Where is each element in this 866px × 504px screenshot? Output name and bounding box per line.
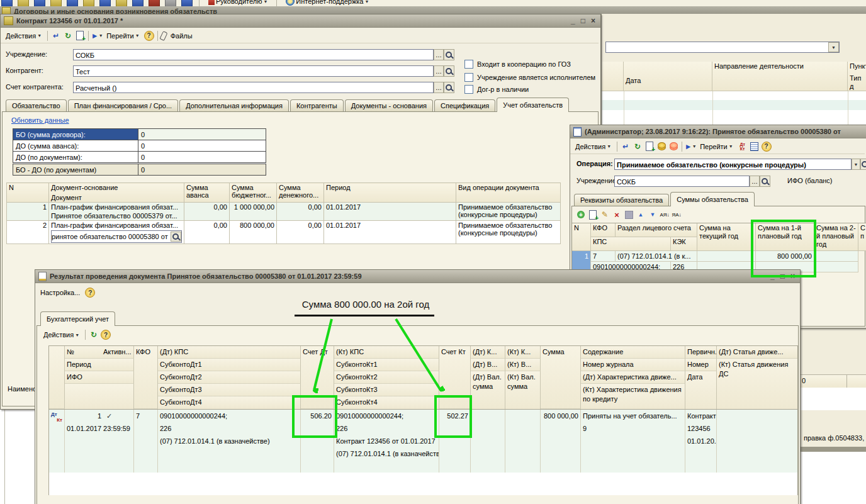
executor-checkbox[interactable] (464, 73, 473, 82)
tab-accounting[interactable]: Бухгалтерский учет (40, 311, 115, 326)
doc-search-button[interactable] (171, 232, 181, 242)
save-close-icon[interactable]: ↵ (51, 31, 61, 41)
settings-button[interactable]: Настройка... (40, 289, 80, 296)
copy-row-icon[interactable] (588, 210, 598, 220)
doc-edit-field[interactable]: ринятое обязательство 00005380 от (51, 230, 182, 243)
row-section-cell[interactable]: (07) 712.01.014.1 (в к... (616, 251, 697, 262)
save-close-icon[interactable]: ↵ (621, 142, 631, 152)
minimize-icon[interactable]: _ (770, 272, 775, 280)
refresh-data-link[interactable]: Обновить данные (11, 116, 69, 124)
goz-checkbox-row[interactable]: Входит в кооперацию по ГОЗ (464, 60, 571, 69)
help-icon[interactable]: ? (85, 288, 95, 298)
posting-result-titlebar[interactable]: Результат проведения документа Принятое … (35, 270, 800, 283)
summary-value[interactable]: 0 (138, 164, 266, 176)
toolbar-icon[interactable] (50, 0, 62, 7)
maximize-icon[interactable]: □ (780, 272, 785, 280)
row-money[interactable]: 0,00 (277, 203, 324, 221)
tab-additional-info[interactable]: Дополнительная информация (179, 99, 289, 112)
institution-field[interactable]: СОКБ (73, 49, 434, 60)
move-down-icon[interactable]: ▼ (648, 210, 658, 220)
obligation-window-titlebar[interactable]: (Администратор; 23.08.2017 9:16:22): При… (570, 125, 866, 138)
toolbar-icon[interactable] (1, 0, 13, 7)
go-document-icon[interactable]: ►▼ (685, 142, 695, 152)
row-budget[interactable]: 800 000,00 (230, 221, 277, 244)
operation-dropdown-button[interactable]: ▼ (852, 159, 860, 170)
contract-window-titlebar[interactable]: Контракт 123456 от 01.01.2017 * _ □ × (1, 14, 600, 28)
summary-label[interactable]: БО - ДО (по документам) (13, 164, 138, 176)
institution-ellipsis-button[interactable]: … (750, 176, 760, 187)
toolbar-icon[interactable] (34, 0, 45, 7)
help-icon[interactable]: ? (144, 31, 154, 41)
add-row-icon[interactable]: + (576, 210, 586, 220)
account-field[interactable]: Расчетный () (73, 82, 434, 93)
reread-icon[interactable]: ↻ (63, 31, 73, 41)
edit-row-icon[interactable]: ✎ (600, 210, 610, 220)
row-doc[interactable]: План-график финансирования обязат... При… (49, 203, 184, 221)
table-row[interactable]: БО - ДО (по документам) 0 (13, 164, 266, 176)
row-plan2-cell[interactable] (814, 251, 858, 262)
minimize-icon[interactable]: _ (571, 17, 575, 25)
manager-menu-button[interactable]: Руководителю ▼ (206, 0, 270, 6)
summary-value[interactable]: 0 (138, 140, 266, 152)
toolbar-icon[interactable] (67, 0, 78, 7)
close-icon[interactable]: × (591, 17, 595, 25)
save-row-icon[interactable] (624, 210, 634, 220)
account-search-button[interactable] (444, 82, 454, 93)
row-n[interactable]: 2 (7, 221, 49, 244)
row-advance[interactable]: 0,00 (184, 203, 230, 221)
toolbar-icon[interactable] (165, 0, 176, 7)
delete-row-icon[interactable]: × (612, 210, 622, 220)
summary-label[interactable]: ДО (сумма аванса): (13, 140, 138, 152)
summary-value[interactable]: 0 (138, 152, 266, 164)
institution-field[interactable]: СОКБ (614, 176, 750, 187)
help-icon[interactable]: ? (762, 142, 772, 152)
unpost-document-icon[interactable] (668, 142, 678, 152)
row-optype[interactable]: Принимаемое обязательство (конкурсные пр… (456, 203, 561, 221)
tab-basis-documents[interactable]: Документы - основания (345, 99, 433, 112)
row-period[interactable]: 01.01.2017 (324, 221, 456, 244)
goto-menu-button[interactable]: Перейти ▼ (104, 31, 142, 41)
row-current-cell[interactable] (697, 251, 756, 262)
files-button[interactable]: Файлы (168, 31, 195, 41)
background-combo-field[interactable] (605, 42, 840, 53)
dtkt-icon[interactable]: Дт Кт (738, 142, 748, 152)
table-row[interactable]: 2 План-график финансирования обязат... р… (7, 221, 561, 244)
background-combo-dropdown-button[interactable]: ▼ (828, 42, 839, 52)
toolbar-icon[interactable] (149, 0, 160, 7)
toolbar-icon[interactable] (116, 0, 127, 7)
contractor-ellipsis-button[interactable]: … (434, 65, 444, 77)
background-list-rows[interactable] (602, 91, 866, 125)
row-advance[interactable]: 0,00 (184, 221, 230, 244)
row-doc[interactable]: План-график финансирования обязат... рин… (49, 221, 184, 244)
post-document-icon[interactable] (656, 142, 666, 152)
tab-financing-plan[interactable]: План финансирования / Сро... (68, 99, 178, 112)
present-checkbox-row[interactable]: Дог-р в наличии (464, 85, 529, 94)
executor-checkbox-row[interactable]: Учреждение является исполнителем (464, 73, 595, 82)
tab-obligation[interactable]: Обязательство (6, 99, 67, 112)
row-plan1-cell[interactable]: 800 000,00 (756, 251, 814, 262)
table-row[interactable]: БО (сумма договора): 0 (13, 129, 266, 140)
tab-sums[interactable]: Суммы обязательства (670, 192, 755, 206)
toolbar-icon[interactable] (18, 0, 29, 7)
refresh-icon[interactable]: ↻ (89, 330, 99, 340)
operation-search-button[interactable] (860, 159, 866, 170)
row-period[interactable]: 01.01.2017 (324, 203, 456, 221)
table-row[interactable]: 1 План-график финансирования обязат... П… (7, 203, 561, 221)
goto-menu-button[interactable]: Перейти ▼ (697, 142, 736, 152)
row-kfo-cell[interactable]: 7 (591, 251, 616, 262)
toolbar-icon[interactable] (99, 0, 111, 7)
close-icon[interactable]: × (790, 272, 795, 280)
tab-requisites[interactable]: Реквизиты обязательства (574, 194, 669, 206)
help-icon[interactable]: ? (101, 330, 111, 340)
summary-label[interactable]: ДО (по документам): (13, 152, 138, 164)
sort-desc-icon[interactable]: ЯА↓ (672, 210, 682, 220)
actions-menu-button[interactable]: Действия ▼ (3, 31, 44, 41)
institution-search-button[interactable] (444, 49, 454, 60)
table-row[interactable]: ДО (по документам): 0 (13, 152, 266, 164)
contractor-field[interactable]: Тест (73, 65, 434, 77)
posting-row[interactable]: Дт Кт 1 ✓ 01.01.2017 23:59:59 7 09010000… (49, 409, 797, 473)
institution-search-button[interactable] (760, 176, 770, 187)
copy-add-icon[interactable] (644, 142, 655, 152)
copy-add-icon[interactable] (75, 31, 85, 41)
institution-ellipsis-button[interactable]: … (434, 49, 444, 60)
